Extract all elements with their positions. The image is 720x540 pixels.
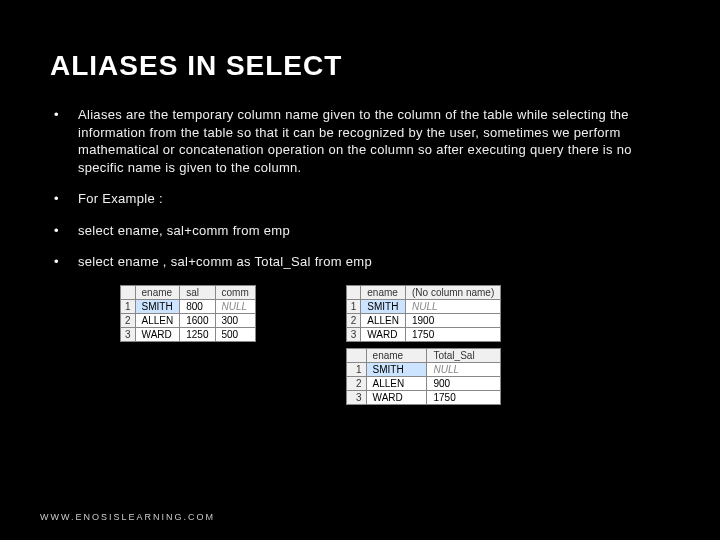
table-header-cell: ename [135,285,180,299]
table-row: 2 ALLEN 1900 [346,313,501,327]
row-number: 1 [346,299,361,313]
bullet-item: For Example : [50,190,670,208]
row-number: 3 [346,327,361,341]
row-number: 3 [121,327,136,341]
table-cell: 300 [215,313,255,327]
bullet-item: select ename , sal+comm as Total_Sal fro… [50,253,670,271]
tables-col-left: ename sal comm 1 SMITH 800 NULL 2 ALLEN … [120,285,256,405]
table-header-row: ename sal comm [121,285,256,299]
table-cell: SMITH [135,299,180,313]
row-number: 1 [346,362,366,376]
table-header-cell: comm [215,285,255,299]
table-cell: WARD [366,390,427,404]
table-cell: SMITH [361,299,406,313]
table-row: 1 SMITH 800 NULL [121,299,256,313]
table-header-cell: (No column name) [405,285,500,299]
table-header-cell: ename [361,285,406,299]
table-header-cell: sal [180,285,215,299]
row-number: 2 [346,313,361,327]
table-cell: 1600 [180,313,215,327]
row-number: 3 [346,390,366,404]
table-cell: 800 [180,299,215,313]
slide: ALIASES IN SELECT Aliases are the tempor… [0,0,720,540]
table-row: 2 ALLEN 1600 300 [121,313,256,327]
row-number: 1 [121,299,136,313]
result-table-a: ename sal comm 1 SMITH 800 NULL 2 ALLEN … [120,285,256,342]
row-number: 2 [121,313,136,327]
table-header-cell [346,348,366,362]
bullet-item: Aliases are the temporary column name gi… [50,106,670,176]
table-cell: 1750 [405,327,500,341]
result-table-c: ename Total_Sal 1 SMITH NULL 2 ALLEN 900… [346,348,502,405]
table-row: 1 SMITH NULL [346,299,501,313]
table-cell-null: NULL [215,299,255,313]
table-cell: ALLEN [366,376,427,390]
table-header-cell [346,285,361,299]
table-row: 3 WARD 1750 [346,327,501,341]
table-header-row: ename (No column name) [346,285,501,299]
table-header-row: ename Total_Sal [346,348,501,362]
bullet-item: select ename, sal+comm from emp [50,222,670,240]
table-cell: ALLEN [135,313,180,327]
table-cell-null: NULL [427,362,501,376]
table-cell: 1250 [180,327,215,341]
tables-col-right: ename (No column name) 1 SMITH NULL 2 AL… [346,285,502,405]
table-row: 3 WARD 1250 500 [121,327,256,341]
table-row: 1 SMITH NULL [346,362,501,376]
table-cell: 1900 [405,313,500,327]
result-table-b: ename (No column name) 1 SMITH NULL 2 AL… [346,285,502,342]
table-cell: 500 [215,327,255,341]
table-cell: WARD [361,327,406,341]
table-header-cell: Total_Sal [427,348,501,362]
table-cell-null: NULL [405,299,500,313]
table-header-cell [121,285,136,299]
table-cell: WARD [135,327,180,341]
tables-row: ename sal comm 1 SMITH 800 NULL 2 ALLEN … [120,285,670,405]
row-number: 2 [346,376,366,390]
bullet-list: Aliases are the temporary column name gi… [50,106,670,271]
slide-title: ALIASES IN SELECT [50,50,670,82]
table-cell: 1750 [427,390,501,404]
table-row: 3 WARD 1750 [346,390,501,404]
footer-url: WWW.ENOSISLEARNING.COM [40,512,215,522]
table-cell: SMITH [366,362,427,376]
table-cell: 900 [427,376,501,390]
table-header-cell: ename [366,348,427,362]
table-row: 2 ALLEN 900 [346,376,501,390]
table-cell: ALLEN [361,313,406,327]
